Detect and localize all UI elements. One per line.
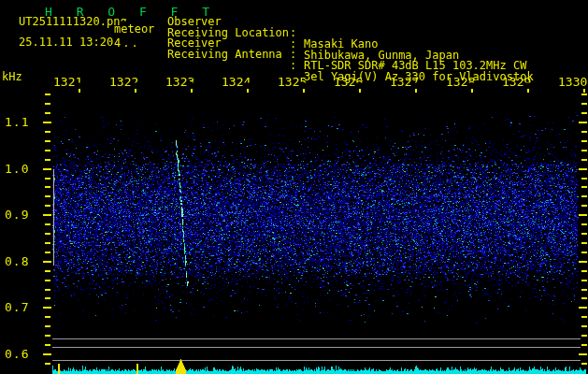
- freq-tick: [581, 242, 587, 244]
- freq-tick: [579, 307, 587, 309]
- info-row: Receiving Antenna : 3el Yagi(V) Az 330 f…: [0, 37, 40, 94]
- freq-tick: [43, 307, 51, 309]
- freq-tick: [581, 280, 587, 281]
- time-tick-label: 1325: [278, 76, 307, 88]
- freq-tick: [45, 112, 50, 114]
- freq-tick: [43, 261, 51, 263]
- time-tick-label: 1329: [502, 76, 531, 88]
- freq-tick-label: 0.9: [5, 209, 29, 221]
- freq-tick: [45, 233, 50, 235]
- freq-tick: [581, 270, 587, 272]
- khz-unit-label: kHz: [2, 71, 22, 82]
- freq-tick: [45, 325, 50, 327]
- freq-tick: [45, 140, 50, 142]
- freq-tick-label: 0.7: [5, 301, 29, 313]
- freq-tick: [45, 252, 50, 253]
- freq-tick: [45, 316, 50, 318]
- freq-tick: [43, 353, 51, 355]
- freq-tick: [581, 186, 587, 188]
- time-tick: [359, 89, 361, 93]
- freq-tick: [581, 159, 587, 161]
- freq-tick: [579, 353, 587, 355]
- freq-tick: [45, 178, 50, 180]
- freq-tick: [581, 178, 587, 180]
- hrofft-window: H R O F F T UT2511111320.png meteor 25.1…: [0, 0, 588, 374]
- freq-tick: [43, 122, 51, 123]
- freq-tick-label: 1.0: [5, 163, 29, 175]
- freq-tick: [581, 131, 587, 133]
- freq-tick-label: 0.6: [5, 348, 29, 360]
- time-tick: [135, 89, 136, 93]
- freq-tick: [45, 159, 50, 161]
- freq-tick-label: 0.8: [5, 255, 29, 267]
- freq-tick: [579, 214, 587, 216]
- time-tick: [303, 89, 305, 93]
- freq-tick: [45, 344, 50, 346]
- time-tick: [79, 89, 80, 93]
- info-separator: :: [290, 60, 296, 71]
- freq-tick: [581, 297, 587, 299]
- time-tick-label: 1330: [558, 76, 587, 88]
- freq-tick: [43, 214, 51, 216]
- time-tick: [583, 89, 585, 93]
- freq-tick: [581, 363, 587, 365]
- freq-tick: [45, 131, 50, 133]
- freq-tick: [45, 363, 50, 365]
- freq-tick: [43, 168, 51, 170]
- time-tick-label: 1328: [446, 76, 475, 88]
- freq-tick: [45, 297, 50, 299]
- freq-tick: [45, 280, 50, 281]
- info-label: Receiving Antenna: [167, 49, 282, 60]
- freq-tick: [45, 335, 50, 337]
- freq-tick: [581, 112, 587, 114]
- freq-tick: [581, 140, 587, 142]
- freq-tick: [581, 195, 587, 197]
- freq-tick: [579, 261, 587, 263]
- freq-tick: [581, 233, 587, 235]
- freq-tick: [581, 150, 587, 151]
- freq-tick: [45, 242, 50, 244]
- time-tick-label: 1321: [53, 76, 82, 88]
- time-tick-label: 1327: [390, 76, 419, 88]
- freq-tick: [581, 325, 587, 327]
- freq-tick: [579, 168, 587, 170]
- freq-tick: [581, 252, 587, 253]
- time-tick: [247, 89, 249, 93]
- freq-tick: [581, 223, 587, 225]
- freq-tick: [581, 344, 587, 346]
- freq-tick: [45, 223, 50, 225]
- meteor-count: 4..: [114, 37, 140, 49]
- time-tick: [191, 89, 193, 93]
- freq-tick: [581, 316, 587, 318]
- freq-tick: [581, 205, 587, 207]
- time-tick: [471, 89, 473, 93]
- freq-tick: [45, 289, 50, 291]
- freq-tick: [45, 270, 50, 272]
- freq-tick: [45, 186, 50, 188]
- time-tick-label: 1324: [222, 76, 251, 88]
- freq-tick: [45, 150, 50, 151]
- freq-tick: [45, 205, 50, 207]
- freq-tick: [45, 103, 50, 105]
- time-tick-label: 1322: [109, 76, 138, 88]
- time-tick-label: 1323: [165, 76, 194, 88]
- freq-tick: [581, 335, 587, 337]
- freq-tick: [581, 103, 587, 105]
- freq-tick: [579, 122, 587, 123]
- freq-tick: [45, 195, 50, 197]
- meteor-mode-label: meteor: [114, 23, 154, 35]
- freq-tick: [45, 94, 50, 95]
- time-tick: [415, 89, 417, 93]
- freq-tick: [581, 289, 587, 291]
- freq-tick-label: 1.1: [5, 116, 29, 128]
- freq-tick: [581, 94, 587, 95]
- time-tick: [527, 89, 529, 93]
- time-tick-label: 1326: [334, 76, 363, 88]
